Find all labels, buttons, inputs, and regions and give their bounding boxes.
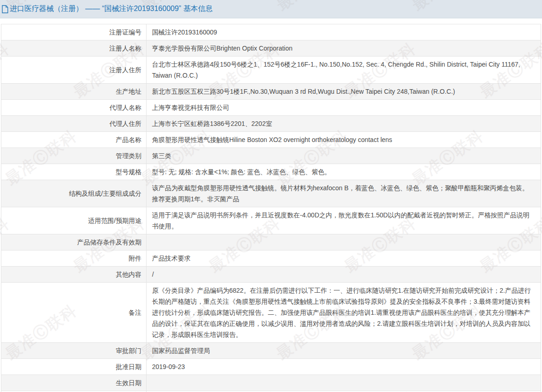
field-label: 生产地址 [1, 84, 147, 99]
field-label: 管理类别 [1, 148, 147, 164]
table-row: 结构及组成/主要组成成分 该产品为夜戴型角膜塑形用硬性透气接触镜。镜片材料为he… [1, 180, 541, 207]
field-label: 生效日期 [1, 375, 147, 391]
page: 最准Ⓒ联科最准Ⓒ联科最准Ⓒ联科最准Ⓒ联科最准Ⓒ联科最准Ⓒ联科最准Ⓒ联科最准Ⓒ联科… [0, 0, 542, 392]
field-value: 适用于满足该产品说明书所列条件，并且近视度数在-4.00D之内，散光度数在1.5… [147, 207, 541, 234]
table-row: 适用范围/预期用途 适用于满足该产品说明书所列条件，并且近视度数在-4.00D之… [1, 207, 541, 234]
field-value: 上海亨泰视觉科技有限公司 [147, 100, 541, 115]
field-value: 亨泰光学股份有限公司Brighten Optix Corporation [147, 40, 541, 56]
page-title: 进口医疗器械（注册） —— “国械注许20193160009” 基本信息 [10, 4, 213, 14]
registration-info-table: 注册证编号 国械注许20193160009 注册人名称 亨泰光学股份有限公司Br… [1, 24, 541, 392]
field-value [147, 381, 541, 385]
field-value [147, 240, 541, 244]
table-row: 管理类别 第三类 [1, 148, 541, 164]
field-label: 其他内容 [1, 267, 147, 282]
field-value: / [147, 267, 541, 282]
field-value: 原《分类目录》产品编码为6822。在注册后仍需进行以下工作：一、进行临床随访研究… [147, 283, 541, 342]
field-value: 上海市长宁区虹桥路1386号2201、2202室 [147, 116, 541, 131]
field-value: 角膜塑形用硬性透气接触镜Hiline Boston XO2 overnight … [147, 132, 541, 148]
field-label: 结构及组成/主要组成成分 [1, 180, 147, 207]
document-icon [1, 5, 8, 13]
table-row: 代理人名称 上海亨泰视觉科技有限公司 [1, 100, 541, 116]
table-row: 产品储存条件及有效期 [1, 234, 541, 250]
table-row: 产品名称 角膜塑形用硬性透气接触镜Hiline Boston XO2 overn… [1, 132, 541, 148]
field-value: 国家药品监督管理局 [147, 343, 541, 358]
field-label: 批准日期 [1, 359, 147, 375]
field-value: 第三类 [147, 148, 541, 164]
field-label: 审批部门 [1, 343, 147, 358]
field-value: 国械注许20193160009 [147, 24, 541, 40]
field-label: 型号规格 [1, 164, 147, 180]
field-label: 产品储存条件及有效期 [1, 234, 147, 250]
table-row: 注册人住所 台北市士林区承德路4段150号6楼之1、152号6楼之16F-1.,… [1, 57, 541, 84]
field-value: 台北市士林区承德路4段150号6楼之1、152号6楼之16F-1., No.15… [147, 57, 541, 83]
table-row: 注册证编号 国械注许20193160009 [1, 24, 541, 40]
field-label: 附件 [1, 250, 147, 266]
field-value: 型号: 无; 规格: 含水量<1%; 颜色: 蓝色、冰蓝色、绿色、紫色。 [147, 164, 541, 180]
field-value: 该产品为夜戴型角膜塑形用硬性透气接触镜。镜片材料为hexafocon B，着蓝色… [147, 180, 541, 207]
table-row: 备注 原《分类目录》产品编码为6822。在注册后仍需进行以下工作：一、进行临床随… [1, 283, 541, 343]
table-row: 型号规格 型号: 无; 规格: 含水量<1%; 颜色: 蓝色、冰蓝色、绿色、紫色… [1, 164, 541, 180]
field-value: 产品技术要求 [147, 250, 541, 266]
field-label: 产品名称 [1, 132, 147, 148]
table-row: 生产地址 新北市五股区五权三路30号1楼1F.,No.30,Wuquan 3 r… [1, 84, 541, 100]
field-value: 新北市五股区五权三路30号1楼1F.,No.30,Wuquan 3 rd Rd,… [147, 84, 541, 99]
table-row: 生效日期 [1, 375, 541, 391]
table-row: 注册人名称 亨泰光学股份有限公司Brighten Optix Corporati… [1, 40, 541, 57]
table-row: 其他内容 / [1, 267, 541, 283]
field-label: 注册证编号 [1, 24, 147, 40]
field-label: 注册人名称 [1, 40, 147, 56]
table-row: 附件 产品技术要求 [1, 250, 541, 267]
table-row: 代理人住所 上海市长宁区虹桥路1386号2201、2202室 [1, 116, 541, 132]
field-label: 代理人名称 [1, 100, 147, 115]
field-label: 代理人住所 [1, 116, 147, 131]
field-label: 适用范围/预期用途 [1, 207, 147, 234]
field-value: 2019-09-23 [147, 359, 541, 375]
table-row: 审批部门 国家药品监督管理局 [1, 343, 541, 359]
field-label: 注册人住所 [1, 57, 147, 83]
field-label: 备注 [1, 283, 147, 342]
page-header: 进口医疗器械（注册） —— “国械注许20193160009” 基本信息 [0, 0, 542, 18]
table-row: 批准日期 2019-09-23 [1, 359, 541, 375]
